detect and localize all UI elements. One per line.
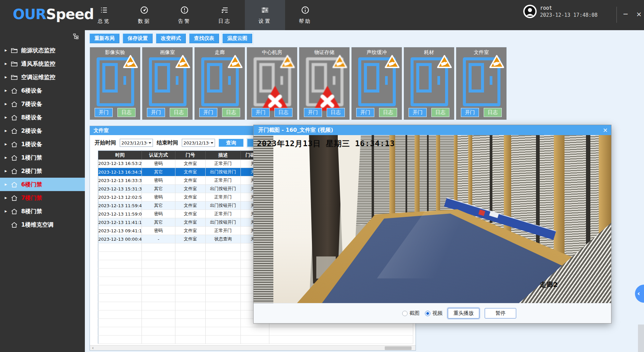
find-meter-button[interactable]: 查找仪表 xyxy=(189,34,219,43)
settings-sliders-icon xyxy=(261,6,269,16)
door-card-wenjianshi: 文件室 开门 日志 xyxy=(456,47,507,120)
door-snapshot-modal: 开门截图 - 160_文件室 (视频) × 2023年12月13日 星期三 16… xyxy=(253,125,611,324)
collapse-panel-button[interactable]: ‹ xyxy=(635,285,644,303)
screenshot-radio[interactable] xyxy=(402,311,408,316)
expand-arrow-icon[interactable]: ▶ xyxy=(5,129,8,132)
expand-arrow-icon[interactable]: ▶ xyxy=(5,62,8,65)
open-door-button[interactable]: 开门 xyxy=(147,108,165,117)
video-radio[interactable] xyxy=(425,311,430,316)
expand-arrow-icon[interactable]: ▶ xyxy=(5,75,8,79)
door-log-button[interactable]: 日志 xyxy=(379,108,397,117)
open-door-button[interactable]: 开门 xyxy=(356,108,374,117)
sidebar-item-floor1-devices[interactable]: ▶ 1楼设备 xyxy=(0,137,85,151)
folder-icon xyxy=(11,74,18,81)
calendar-icon xyxy=(209,141,210,145)
logo-part-our: OUR xyxy=(13,6,46,22)
end-date-picker[interactable]: 2023/12/13 xyxy=(182,139,215,147)
sidebar-item-ventilation-monitor[interactable]: ▶ 通风系统监控 xyxy=(0,57,85,70)
sidebar-item-floor2-devices[interactable]: ▶ 2楼设备 xyxy=(0,124,85,137)
pause-button[interactable]: 暂停 xyxy=(485,308,516,318)
expand-arrow-icon[interactable]: ▶ xyxy=(5,89,8,92)
nav-settings-label: 设置 xyxy=(259,18,271,24)
camera-alarm-icon xyxy=(384,54,400,69)
close-button[interactable]: × xyxy=(633,10,644,18)
nav-alerts-label: 告警 xyxy=(178,18,191,24)
home-icon xyxy=(11,154,18,161)
expand-arrow-icon[interactable]: ▶ xyxy=(5,142,8,146)
nav-data[interactable]: 数据 xyxy=(124,0,164,30)
nav-help-label: 帮助 xyxy=(299,18,312,24)
door-log-button[interactable]: 日志 xyxy=(484,108,502,117)
expand-arrow-icon[interactable]: ▶ xyxy=(5,116,8,119)
relayout-button[interactable]: 重新布局 xyxy=(90,34,119,43)
home-icon xyxy=(11,87,18,94)
sidebar-item-floor8-devices[interactable]: ▶ 8楼设备 xyxy=(0,111,85,124)
nav-alerts[interactable]: 告警 xyxy=(164,0,205,30)
open-door-button[interactable]: 开门 xyxy=(304,108,322,117)
door-card-haocai: 耗材 开门 日志 xyxy=(404,47,454,120)
scroll-left-icon[interactable]: ‹ xyxy=(91,346,95,350)
sidebar-item-floor7-access[interactable]: ▶ 7楼门禁 xyxy=(0,191,85,204)
data-gauge-icon xyxy=(140,6,149,16)
door-card-yingxiangshiyan: 影像实验 开门 日志 xyxy=(90,47,141,120)
expand-arrow-icon[interactable]: ▶ xyxy=(5,210,8,213)
sidebar-item-floor7-devices[interactable]: ▶ 7楼设备 xyxy=(0,97,85,111)
start-date-picker[interactable]: 2023/12/13 xyxy=(120,139,153,147)
door-log-button[interactable]: 日志 xyxy=(327,108,345,117)
door-log-button[interactable]: 日志 xyxy=(431,108,449,117)
nav-logs[interactable]: 日志 xyxy=(205,0,245,30)
expand-arrow-icon[interactable]: ▶ xyxy=(5,49,8,52)
door-log-button[interactable]: 日志 xyxy=(222,108,240,117)
open-door-button[interactable]: 开门 xyxy=(252,108,270,117)
door-log-button[interactable]: 日志 xyxy=(274,108,292,117)
expand-arrow-icon[interactable]: ▶ xyxy=(5,196,8,199)
query-button[interactable]: 查询 xyxy=(219,139,244,147)
open-door-button[interactable]: 开门 xyxy=(409,108,427,117)
app-logo: OURSpeed xyxy=(13,6,94,22)
sidebar-item-floor8-access[interactable]: ▶ 8楼门禁 xyxy=(0,204,85,218)
user-avatar[interactable] xyxy=(523,5,537,18)
nav-overview[interactable]: 总览 xyxy=(84,0,124,30)
change-style-button[interactable]: 改变样式 xyxy=(156,34,186,43)
right-vertical-scrollbar[interactable] xyxy=(638,325,644,352)
sidebar-item-floor2-access[interactable]: ▶ 2楼门禁 xyxy=(0,164,85,178)
nav-settings[interactable]: 设置 xyxy=(245,0,285,30)
save-settings-button[interactable]: 保存设置 xyxy=(123,34,153,43)
open-door-button[interactable]: 开门 xyxy=(461,108,479,117)
scrollbar-thumb[interactable] xyxy=(385,346,412,350)
open-door-button[interactable]: 开门 xyxy=(199,108,217,117)
expand-arrow-icon[interactable]: ▶ xyxy=(5,169,8,173)
home-icon xyxy=(11,194,18,201)
door-log-button[interactable]: 日志 xyxy=(117,108,136,117)
tree-collapse-icon[interactable] xyxy=(73,34,79,41)
minimize-button[interactable]: ─ xyxy=(620,10,631,18)
door-card-zhongxinjifang: 中心机房 开门 日志 xyxy=(247,47,298,120)
door-icon xyxy=(201,57,239,106)
layout-toolbar: 重新布局 保存设置 改变样式 查找仪表 温度云图 xyxy=(90,34,252,43)
top-navigation: 总览 数据 告警 日志 设置 帮助 xyxy=(84,0,325,30)
app-header: OURSpeed 总览 数据 告警 日志 设置 帮助 xyxy=(0,0,644,30)
horizontal-scrollbar[interactable]: ‹ xyxy=(90,345,416,350)
sidebar-item-floor1-aircon[interactable]: 1楼维克空调 xyxy=(0,218,85,231)
help-info-icon xyxy=(301,6,310,16)
temperature-cloud-button[interactable]: 温度云图 xyxy=(222,34,252,43)
folder-icon xyxy=(11,60,18,67)
sidebar-item-floor6-access[interactable]: ▶ 6楼门禁 xyxy=(0,178,85,191)
open-door-button[interactable]: 开门 xyxy=(95,108,113,117)
camera-alarm-icon xyxy=(122,54,139,69)
sidebar-item-energy-monitor[interactable]: ▶ 能源状态监控 xyxy=(0,44,85,57)
expand-arrow-icon[interactable]: ▶ xyxy=(5,183,8,186)
sidebar-item-floor1-access[interactable]: ▶ 1楼门禁 xyxy=(0,151,85,164)
door-icon xyxy=(306,57,343,106)
door-log-button[interactable]: 日志 xyxy=(170,108,188,117)
expand-arrow-icon[interactable]: ▶ xyxy=(5,156,8,159)
home-icon xyxy=(11,208,18,215)
expand-arrow-icon[interactable]: ▶ xyxy=(5,102,8,106)
nav-help[interactable]: 帮助 xyxy=(285,0,325,30)
sidebar-item-floor6-devices[interactable]: ▶ 6楼设备 xyxy=(0,84,85,97)
door-card-shengwenhuanchong: 声纹缓冲 开门 日志 xyxy=(351,47,402,120)
modal-controls: 截图 视频 重头播放 暂停 xyxy=(254,303,611,323)
modal-close-icon[interactable]: × xyxy=(603,125,608,135)
replay-button[interactable]: 重头播放 xyxy=(448,308,479,318)
sidebar-item-hvac-monitor[interactable]: ▶ 空调运维监控 xyxy=(0,70,85,84)
